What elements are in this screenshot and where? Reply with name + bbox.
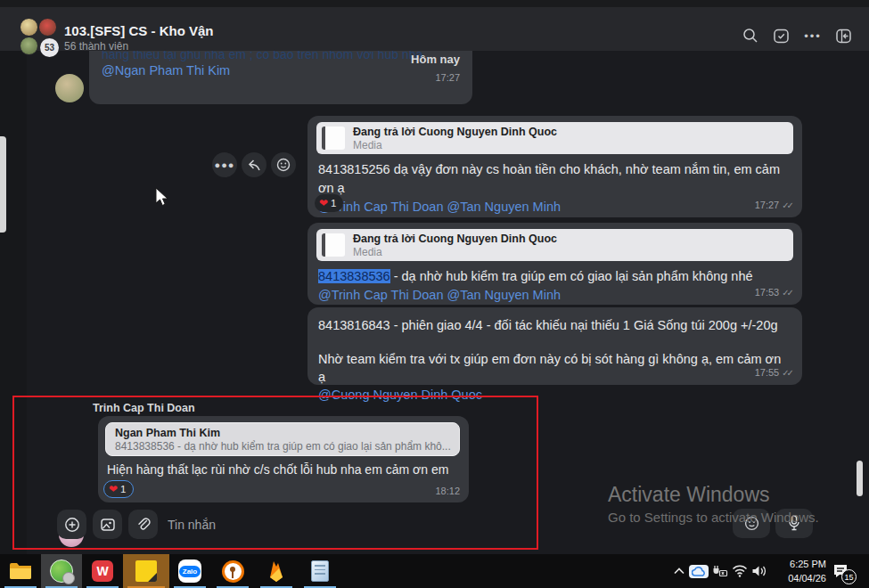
quoted-message[interactable]: Ngan Pham Thi Kim 8413838536 - dạ nhờ hu… <box>105 422 460 456</box>
tray-power-status[interactable] <box>711 561 729 581</box>
message-text: - dạ nhờ hub kiểm tra giúp em có giao lạ… <box>390 269 753 283</box>
group-member-count[interactable]: 56 thành viên <box>64 40 128 53</box>
message-text: 8413815256 dạ vậy đơn này cs hoàn tiền c… <box>318 162 780 195</box>
notification-count-badge: 15 <box>841 569 857 584</box>
more-options-button[interactable]: ●●● <box>212 152 237 177</box>
react-emoji-button[interactable] <box>271 152 296 177</box>
mouse-cursor <box>155 187 171 208</box>
cloud-icon <box>692 567 706 576</box>
reaction-count: 1 <box>120 484 126 494</box>
chat-scrollbar-thumb[interactable] <box>857 461 863 496</box>
chevron-up-icon <box>674 568 685 575</box>
message-text-clipped: hàng thiếu tại ghu nhà em ; có báo trên … <box>102 51 460 61</box>
message-bubble: Đang trả lời Cuong Nguyen Dinh Quoc Medi… <box>307 223 802 305</box>
tray-network[interactable] <box>731 561 749 581</box>
reaction-count: 1 <box>331 198 336 208</box>
message-bubble: Ngan Pham Thi Kim 8413838536 - dạ nhờ hu… <box>98 416 469 502</box>
taskbar-firebase-app[interactable] <box>256 554 297 588</box>
notepad-icon <box>311 560 329 582</box>
message-bubble: hàng thiếu tại ghu nhà em ; có báo trên … <box>89 51 472 104</box>
taskbar-green-app[interactable] <box>41 554 82 588</box>
smiley-icon <box>276 158 291 172</box>
message-text: Hiện hàng thất lạc rùi nhờ c/s chốt lỗi … <box>107 462 463 477</box>
tray-overflow-button[interactable] <box>670 561 688 581</box>
sticky-notes-icon <box>135 560 157 582</box>
message-time: 17:55✓✓ <box>755 367 791 378</box>
add-attachment-button[interactable] <box>57 510 86 539</box>
quote-thumbnail <box>322 127 345 150</box>
delivered-icon: ✓✓ <box>782 288 791 298</box>
tray-volume[interactable] <box>750 561 768 581</box>
chat-header: 53 103.[SFS] CS - Kho Vận 56 thành viên … <box>0 7 869 51</box>
chat-area: hàng thiếu tại ghu nhà em ; có báo trên … <box>0 51 869 554</box>
quote-subtitle: Media <box>353 139 557 151</box>
heart-icon: ❤ <box>319 197 328 209</box>
message-text: Nhờ team kiểm tra với tx giúp em đơn này… <box>318 350 791 386</box>
group-title: 103.[SFS] CS - Kho Vận <box>64 23 214 38</box>
taskbar-file-explorer[interactable] <box>0 554 41 588</box>
taskbar: W Zalo <box>0 554 869 588</box>
volume-icon <box>751 565 767 577</box>
quote-subtitle: Media <box>353 246 557 258</box>
avatar-badge-icon <box>62 572 75 584</box>
zalo-icon: Zalo <box>178 559 201 583</box>
message-input[interactable] <box>168 513 515 536</box>
mention-link[interactable]: @Trinh Cap Thi Doan @Tan Nguyen Minh <box>318 200 561 214</box>
taskbar-zalo[interactable]: Zalo <box>169 554 210 588</box>
message-time: 17:27 <box>435 72 460 83</box>
reaction-pill[interactable]: ❤ 1 <box>103 480 134 498</box>
activate-windows-subtext: Go to Settings to activate Windows. <box>608 510 819 525</box>
quoted-message[interactable]: Đang trả lời Cuong Nguyen Dinh Quoc Medi… <box>316 122 793 154</box>
flame-icon <box>266 559 286 583</box>
attach-file-button[interactable] <box>128 510 158 539</box>
member-count-badge: 53 <box>40 38 59 57</box>
tray-onedrive[interactable] <box>688 561 709 581</box>
quote-snippet: 8413838536 - dạ nhờ hub kiểm tra giúp em… <box>115 440 451 453</box>
left-scrollbar-thumb[interactable] <box>0 136 6 233</box>
highlight-rectangle: Trinh Cap Thi Doan Ngan Pham Thi Kim 841… <box>12 396 538 550</box>
clock-date: 04/04/26 <box>788 571 826 585</box>
message-bubble: 8413816843 - phiên giao 4/4 - đối tác kh… <box>307 307 802 385</box>
taskbar-wps-office[interactable]: W <box>82 554 123 588</box>
reply-button[interactable] <box>242 152 266 177</box>
delivered-icon: ✓✓ <box>782 200 791 210</box>
plus-circle-icon <box>64 517 80 533</box>
delivered-icon: ✓✓ <box>782 368 791 378</box>
selected-text: 8413838536 <box>318 269 390 283</box>
quote-title: Đang trả lời Cuong Nguyen Dinh Quoc <box>353 233 557 246</box>
reaction-pill[interactable]: ❤ 1 <box>315 194 343 212</box>
message-text: 8413816843 - phiên giao 4/4 - đối tác kh… <box>318 316 791 334</box>
quote-title: Đang trả lời Cuong Nguyen Dinh Quoc <box>353 126 557 139</box>
more-menu-button[interactable]: ••• <box>802 25 824 46</box>
avatar[interactable] <box>55 74 84 102</box>
openvpn-icon <box>222 560 244 583</box>
calendar-check-icon <box>773 28 790 45</box>
activate-windows-text: Activate Windows <box>608 483 770 507</box>
clock-time: 6:25 PM <box>788 557 826 571</box>
taskbar-notepad[interactable] <box>299 554 340 588</box>
image-icon <box>100 517 116 533</box>
search-icon <box>742 28 758 44</box>
taskbar-sticky-notes[interactable] <box>123 554 169 588</box>
message-bubble: Đang trả lời Cuong Nguyen Dinh Quoc Medi… <box>307 116 802 217</box>
message-time: 17:53✓✓ <box>755 287 791 298</box>
quoted-message[interactable]: Đang trả lời Cuong Nguyen Dinh Quoc Medi… <box>316 229 793 261</box>
message-time: 17:27✓✓ <box>755 200 791 210</box>
group-avatar[interactable]: 53 <box>20 18 57 55</box>
date-label: Hôm nay <box>411 53 460 66</box>
ellipsis-icon: ••• <box>804 29 822 43</box>
toggle-sidebar-button[interactable] <box>832 25 854 46</box>
wps-office-icon: W <box>92 560 113 582</box>
reply-icon <box>248 159 261 171</box>
paperclip-icon <box>135 517 152 533</box>
tasks-button[interactable] <box>770 25 791 46</box>
search-button[interactable] <box>740 25 761 46</box>
tray-clock[interactable]: 6:25 PM 04/04/26 <box>788 557 826 585</box>
heart-icon: ❤ <box>109 483 118 495</box>
mention-link[interactable]: @Ngan Pham Thi Kim <box>102 63 460 78</box>
quote-title: Ngan Pham Thi Kim <box>115 427 451 440</box>
send-image-button[interactable] <box>93 510 122 539</box>
message-time: 18:12 <box>435 486 460 496</box>
mention-link[interactable]: @Trinh Cap Thi Doan @Tan Nguyen Minh <box>318 288 561 302</box>
taskbar-openvpn[interactable] <box>212 554 253 588</box>
